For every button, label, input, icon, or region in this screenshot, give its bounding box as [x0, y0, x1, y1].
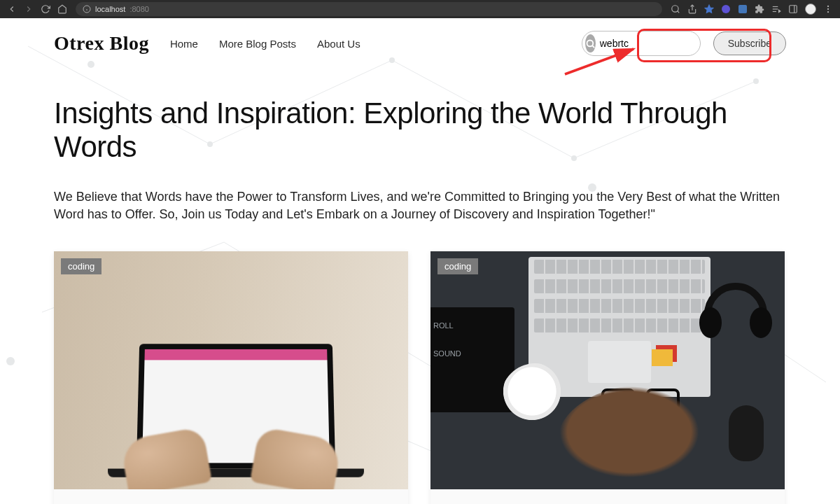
panel-icon[interactable]	[788, 4, 798, 14]
svg-point-3	[672, 6, 678, 12]
clapper-text: SOUND	[433, 349, 461, 358]
back-icon[interactable]	[7, 4, 17, 14]
search-icon	[585, 34, 596, 52]
nav-about[interactable]: About Us	[317, 38, 360, 50]
ext2-icon[interactable]	[738, 4, 748, 14]
svg-point-41	[750, 307, 772, 338]
nav-home[interactable]: Home	[170, 38, 198, 50]
svg-point-40	[699, 307, 722, 338]
headphones-icon	[694, 265, 778, 349]
menu-icon[interactable]	[823, 4, 833, 14]
search-input[interactable]	[600, 38, 722, 49]
post-tag[interactable]: coding	[61, 258, 102, 274]
svg-point-7	[722, 5, 730, 13]
url-port: :8080	[130, 5, 149, 13]
share-icon[interactable]	[687, 4, 697, 14]
profile-avatar[interactable]	[805, 4, 816, 15]
star-icon[interactable]	[704, 4, 714, 14]
svg-line-4	[678, 11, 680, 13]
post-card[interactable]: coding WebRTC: The Web's new Video Manip…	[54, 251, 408, 504]
ext1-icon[interactable]	[721, 4, 731, 14]
clapper-text: ROLL	[433, 321, 454, 330]
page: Otrex Blog Home More Blog Posts About Us…	[0, 18, 840, 504]
post-grid: coding WebRTC: The Web's new Video Manip…	[54, 251, 786, 504]
svg-point-37	[587, 40, 593, 46]
nav-links: Home More Blog Posts About Us	[170, 38, 360, 50]
svg-marker-12	[779, 10, 780, 13]
svg-point-16	[827, 8, 829, 10]
svg-rect-8	[738, 5, 747, 13]
extensions-icon[interactable]	[755, 4, 764, 14]
subscribe-button[interactable]: Subscribe	[713, 31, 786, 55]
mug-icon	[500, 363, 570, 433]
svg-point-34	[6, 357, 15, 365]
address-bar[interactable]: localhost:8080	[76, 2, 662, 16]
post-image: coding ROLL SOUND	[430, 251, 785, 489]
browser-toolbar: localhost:8080	[0, 0, 840, 18]
reload-icon[interactable]	[41, 4, 50, 14]
playlist-icon[interactable]	[771, 4, 781, 14]
hero-title: Insights and Inspiration: Exploring the …	[54, 97, 786, 164]
home-icon[interactable]	[57, 4, 67, 14]
top-nav: Otrex Blog Home More Blog Posts About Us…	[54, 31, 786, 56]
hero-subtitle: We Believe that Words have the Power to …	[54, 188, 786, 223]
post-image: coding	[54, 251, 408, 489]
search-field[interactable]	[582, 31, 701, 56]
brand-logo[interactable]: Otrex Blog	[54, 32, 149, 55]
zoom-icon[interactable]	[671, 4, 680, 14]
post-tag[interactable]: coding	[438, 258, 478, 274]
svg-point-17	[827, 11, 829, 13]
svg-marker-6	[705, 5, 713, 13]
info-icon	[83, 5, 91, 13]
svg-point-15	[827, 6, 829, 7]
url-host: localhost	[95, 5, 125, 13]
forward-icon[interactable]	[24, 4, 34, 14]
svg-rect-13	[790, 6, 797, 13]
svg-line-38	[592, 46, 594, 48]
nav-more-posts[interactable]: More Blog Posts	[219, 38, 296, 50]
post-card[interactable]: coding ROLL SOUND Procrastination: How D…	[430, 251, 785, 504]
